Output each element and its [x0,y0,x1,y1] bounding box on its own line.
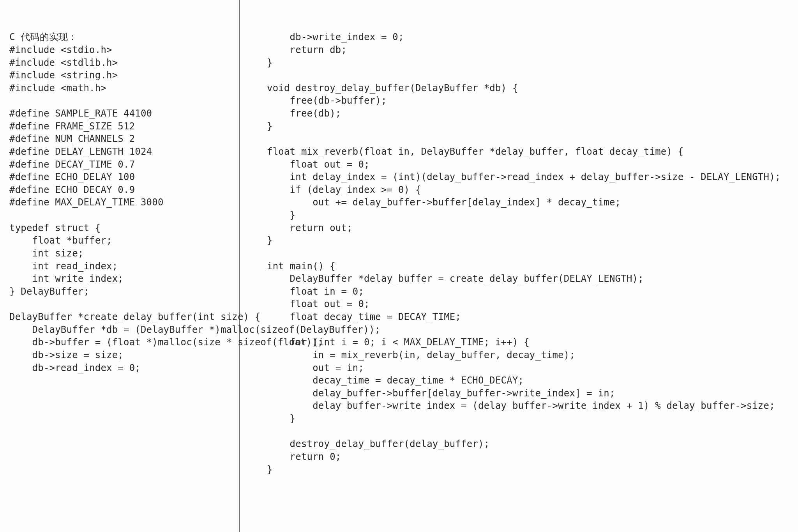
left-code-block: C 代码的实现： #include <stdio.h> #include <st… [9,31,230,374]
right-code-block: db->write_index = 0; return db; } void d… [267,31,789,476]
left-code-column: C 代码的实现： #include <stdio.h> #include <st… [0,0,240,532]
right-code-column: db->write_index = 0; return db; } void d… [240,0,798,532]
